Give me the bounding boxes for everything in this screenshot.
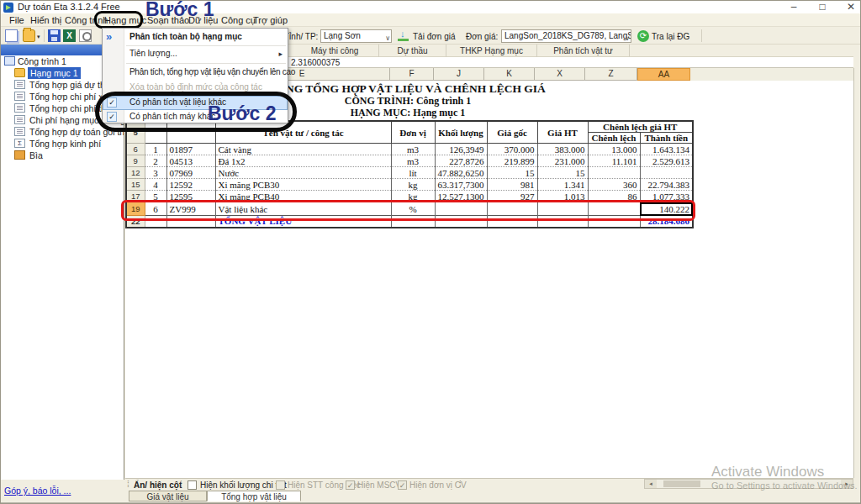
- cell-quantity[interactable]: 47.882,6250: [435, 167, 487, 179]
- cell-diff[interactable]: [588, 167, 640, 179]
- table-row[interactable]: 9 2 04513 Đá 1x2 m3 227,8726 219.899 231…: [126, 155, 693, 167]
- cell-code[interactable]: 04513: [166, 155, 215, 167]
- cell-name[interactable]: Xi măng PCB40: [215, 191, 391, 202]
- menu-item-phan-tich-toan-bo[interactable]: » Phân tích toàn bộ hạng mục: [103, 30, 288, 44]
- tab-gia-vat-lieu[interactable]: Giá vật liệu: [129, 491, 207, 501]
- cell-quantity[interactable]: [435, 202, 487, 216]
- menu-cong-trinh[interactable]: Công trình: [65, 14, 108, 26]
- table-row[interactable]: 15 4 12592 Xi măng PCB30 kg 63.317,7300 …: [126, 179, 693, 191]
- row-number[interactable]: 6: [126, 144, 145, 155]
- cell-quantity[interactable]: 227,8726: [435, 155, 487, 167]
- new-file-icon[interactable]: [5, 29, 18, 42]
- close-button[interactable]: ✕: [838, 1, 861, 13]
- cell-stt[interactable]: 2: [145, 155, 166, 167]
- cell-base-price[interactable]: 927: [487, 191, 537, 202]
- cell-stt[interactable]: [145, 216, 166, 228]
- cell-amount[interactable]: 22.794.383: [640, 179, 693, 191]
- checkbox-label[interactable]: Hiện khối lượng chi tiết: [200, 480, 287, 490]
- cell-current-price[interactable]: 1.013: [537, 191, 588, 202]
- cell-code[interactable]: [166, 216, 215, 228]
- province-select[interactable]: Lạng Sơn ∨: [320, 29, 392, 43]
- tree-item-bia[interactable]: Bìa: [1, 150, 124, 161]
- cell-base-price[interactable]: 981: [487, 179, 537, 191]
- cell-current-price[interactable]: 383.000: [537, 144, 588, 155]
- row-number[interactable]: 17: [126, 191, 145, 202]
- cell-name[interactable]: Đá 1x2: [215, 155, 391, 167]
- row-number[interactable]: 9: [126, 155, 145, 167]
- cell-name[interactable]: Vật liệu khác: [215, 202, 391, 216]
- menu-cong-cu[interactable]: Công cụ: [221, 14, 256, 26]
- requery-label[interactable]: Tra lại ĐG: [652, 32, 689, 41]
- column-header-Z[interactable]: Z: [585, 68, 637, 81]
- row-number[interactable]: 22: [126, 216, 145, 228]
- cell-stt[interactable]: 3: [145, 167, 166, 179]
- cell-unit[interactable]: [391, 216, 435, 228]
- total-label[interactable]: TỔNG VẬT LIỆU: [215, 216, 391, 228]
- cell-name[interactable]: Nước: [215, 167, 391, 179]
- cell-amount-selected[interactable]: 140.222: [640, 202, 693, 216]
- cell-quantity[interactable]: 126,3949: [435, 144, 487, 155]
- column-header-X[interactable]: X: [535, 68, 585, 81]
- row-number[interactable]: 12: [126, 167, 145, 179]
- tab-may-thi-cong[interactable]: Máy thi công: [291, 45, 379, 57]
- tab-phan-tich-vat-tu[interactable]: Phân tích vật tư: [537, 45, 630, 57]
- cell-stt[interactable]: 5: [145, 191, 166, 202]
- cell-amount[interactable]: 2.529.613: [640, 155, 693, 167]
- table-total-row[interactable]: 22 TỔNG VẬT LIỆU 28.184.686: [126, 216, 693, 228]
- cell-name[interactable]: Cát vàng: [215, 144, 391, 155]
- cell-stt[interactable]: 4: [145, 179, 166, 191]
- cell-current-price[interactable]: [537, 202, 588, 216]
- tree-item-kinh-phi[interactable]: Σ Tổng hợp kinh phí: [1, 138, 124, 150]
- unit-price-select[interactable]: LangSon_2018KS_DG789, LangSon_2018 ∨: [501, 29, 631, 43]
- row-number[interactable]: 5: [126, 121, 145, 144]
- cell-diff[interactable]: 11.101: [588, 155, 640, 167]
- cell-unit[interactable]: %: [391, 202, 435, 216]
- save-icon[interactable]: [48, 29, 61, 42]
- cell-current-price[interactable]: 15: [537, 167, 588, 179]
- open-file-icon[interactable]: [23, 29, 35, 42]
- cell-stt[interactable]: 1: [145, 144, 166, 155]
- download-unit-price-icon[interactable]: [398, 30, 409, 42]
- print-preview-icon[interactable]: [79, 29, 92, 42]
- cell-amount[interactable]: [640, 167, 693, 179]
- tab-du-thau[interactable]: Dự thầu: [379, 45, 446, 57]
- cell-current-price[interactable]: 1.341: [537, 179, 588, 191]
- cell-quantity[interactable]: 12.527,1300: [435, 191, 487, 202]
- column-header-K[interactable]: K: [484, 68, 535, 81]
- cell-code[interactable]: 12592: [166, 179, 215, 191]
- column-toggle-button[interactable]: Ẩn/ hiện cột: [134, 480, 182, 490]
- tab-thkp-hang-muc[interactable]: THKP Hạng mục: [446, 45, 537, 57]
- cell-unit[interactable]: lít: [391, 167, 435, 179]
- requery-icon[interactable]: ⟳: [637, 30, 649, 42]
- cell-code[interactable]: 07969: [166, 167, 215, 179]
- cell-quantity[interactable]: 63.317,7300: [435, 179, 487, 191]
- column-header-F[interactable]: F: [390, 68, 434, 81]
- menu-tro-giup[interactable]: Trợ giúp: [253, 14, 288, 26]
- cell-code[interactable]: 01897: [166, 144, 215, 155]
- cell-diff[interactable]: [588, 216, 640, 228]
- tree-item-du-toan-goi-thau[interactable]: Tổng hợp dự toán gói thầu: [1, 126, 124, 138]
- cell-base-price[interactable]: 15: [487, 167, 537, 179]
- scroll-left-icon[interactable]: ◂: [645, 480, 657, 488]
- cell-diff[interactable]: 13.000: [588, 144, 640, 155]
- column-header-AA[interactable]: AA: [637, 68, 690, 81]
- excel-export-icon[interactable]: X: [63, 29, 76, 42]
- cell-amount[interactable]: 1.077.333: [640, 191, 693, 202]
- total-amount[interactable]: 28.184.686: [640, 216, 693, 228]
- menu-item-tien-luong[interactable]: Tiên lượng... ▸: [103, 47, 288, 60]
- table-row[interactable]: 12 3 07969 Nước lít 47.882,6250 15 15: [126, 167, 693, 179]
- menu-hien-thi[interactable]: Hiển thị: [30, 14, 61, 26]
- feedback-link[interactable]: Góp ý, báo lỗi, ...: [4, 486, 71, 496]
- cell-diff[interactable]: 86: [588, 191, 640, 202]
- cell-quantity[interactable]: [435, 216, 487, 228]
- cell-base-price[interactable]: [487, 202, 537, 216]
- table-row[interactable]: 17 5 12595 Xi măng PCB40 kg 12.527,1300 …: [126, 191, 693, 202]
- cell-code[interactable]: ZV999: [166, 202, 215, 216]
- cell-unit[interactable]: m3: [391, 155, 435, 167]
- cell-base-price[interactable]: 370.000: [487, 144, 537, 155]
- maximize-button[interactable]: □: [810, 1, 835, 13]
- table-row-highlighted[interactable]: 19 6 ZV999 Vật liệu khác % 140.222: [126, 202, 693, 216]
- cell-unit[interactable]: kg: [391, 179, 435, 191]
- column-header-J[interactable]: J: [434, 68, 484, 81]
- download-unit-price-label[interactable]: Tải đơn giá: [413, 32, 455, 41]
